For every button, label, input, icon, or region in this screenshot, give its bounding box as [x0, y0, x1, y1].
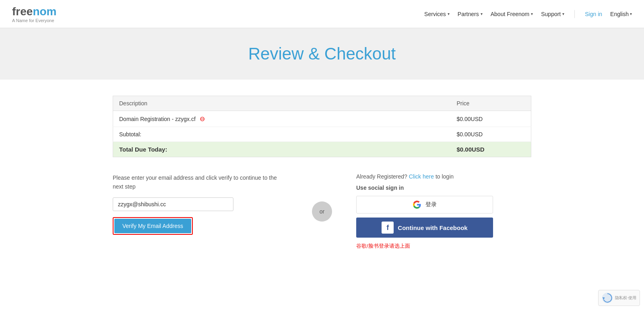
domain-description: Domain Registration - zzygx.cf ⊖	[113, 111, 451, 127]
nav-partners[interactable]: Partners ▾	[458, 11, 483, 17]
verify-button-wrapper: Verify My Email Address	[113, 217, 193, 235]
facebook-icon: f	[382, 222, 394, 234]
facebook-signin-button[interactable]: f Continue with Facebook	[356, 218, 493, 238]
total-label: Total Due Today:	[113, 142, 451, 157]
chevron-down-icon: ▾	[630, 12, 632, 16]
nav-support[interactable]: Support ▾	[541, 11, 564, 17]
social-signin-label: Use social sign in	[356, 185, 531, 191]
chevron-down-icon: ▾	[448, 12, 450, 16]
page-title: Review & Checkout	[0, 44, 644, 64]
subtotal-row: Subtotal: $0.00USD	[113, 127, 531, 142]
google-button-label: 登录	[425, 201, 437, 208]
chevron-down-icon: ▾	[562, 12, 564, 16]
click-here-link[interactable]: Click here	[409, 173, 434, 180]
email-field[interactable]	[113, 197, 233, 211]
total-price: $0.00USD	[451, 142, 531, 157]
lower-section: Please enter your email address and clic…	[113, 173, 531, 250]
remove-icon[interactable]: ⊖	[200, 115, 205, 122]
google-icon	[413, 200, 421, 209]
nav-about[interactable]: About Freenom ▾	[491, 11, 533, 17]
already-registered-text: Already Registered? Click here to login	[356, 173, 531, 180]
subtotal-price: $0.00USD	[451, 127, 531, 142]
google-signin-button[interactable]: 登录	[356, 196, 493, 214]
col-price-header: Price	[451, 96, 531, 111]
total-row: Total Due Today: $0.00USD	[113, 142, 531, 157]
domain-price: $0.00USD	[451, 111, 531, 127]
or-divider: or	[312, 201, 332, 222]
logo-tagline: A Name for Everyone	[12, 18, 56, 23]
nav-divider	[574, 10, 575, 18]
main-nav: Services ▾ Partners ▾ About Freenom ▾ Su…	[424, 10, 632, 18]
table-row: Domain Registration - zzygx.cf ⊖ $0.00US…	[113, 111, 531, 127]
verify-button[interactable]: Verify My Email Address	[114, 219, 191, 233]
email-section: Please enter your email address and clic…	[113, 173, 288, 235]
logo-nom: nom	[33, 5, 56, 18]
social-note: 谷歌/脸书登录请选上面	[356, 242, 531, 250]
subtotal-label: Subtotal:	[113, 127, 451, 142]
chevron-down-icon: ▾	[531, 12, 533, 16]
chevron-down-icon: ▾	[481, 12, 483, 16]
logo-text: freenom	[12, 5, 56, 18]
header: freenom A Name for Everyone Services ▾ P…	[0, 0, 644, 28]
social-signin-section: Already Registered? Click here to login …	[356, 173, 531, 250]
nav-services[interactable]: Services ▾	[424, 11, 450, 17]
col-description-header: Description	[113, 96, 451, 111]
logo[interactable]: freenom A Name for Everyone	[12, 5, 56, 23]
order-table: Description Price Domain Registration - …	[113, 96, 531, 157]
logo-free: free	[12, 5, 33, 18]
hero-banner: Review & Checkout	[0, 28, 644, 80]
signin-link[interactable]: Sign in	[585, 11, 602, 17]
main-content: Description Price Domain Registration - …	[101, 96, 543, 250]
facebook-button-label: Continue with Facebook	[398, 224, 467, 231]
language-selector[interactable]: English ▾	[610, 11, 632, 17]
instruction-text: Please enter your email address and clic…	[113, 173, 288, 191]
